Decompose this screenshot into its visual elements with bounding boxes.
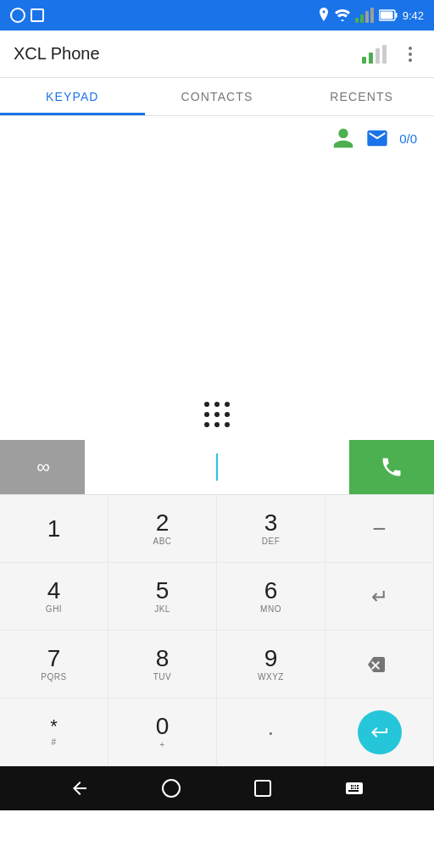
signal-icon [355, 8, 374, 23]
contact-icon[interactable] [331, 126, 355, 150]
nav-recents-icon[interactable] [253, 778, 273, 798]
status-bar: 9:42 [0, 0, 434, 31]
key-6[interactable]: 6 MNO [217, 563, 326, 631]
svg-point-10 [214, 412, 220, 417]
nav-home-icon[interactable] [161, 778, 181, 798]
key-return[interactable]: ↵ [326, 563, 434, 631]
svg-point-8 [225, 402, 230, 407]
svg-point-13 [214, 422, 220, 427]
voicemail-icon: ∞ [36, 456, 48, 478]
app-title: XCL Phone [14, 44, 100, 64]
key-3[interactable]: 3 DEF [217, 495, 326, 563]
svg-point-3 [409, 47, 412, 50]
key-9[interactable]: 9 WXYZ [217, 631, 326, 698]
app-bar: XCL Phone [0, 31, 434, 78]
signal-strength-icon[interactable] [362, 45, 387, 64]
phone-icon [380, 455, 403, 479]
svg-point-4 [409, 53, 412, 56]
text-cursor [216, 453, 218, 481]
time-display: 9:42 [403, 9, 424, 22]
battery-icon [379, 9, 398, 21]
tab-keypad[interactable]: KEYPAD [0, 78, 145, 115]
key-2[interactable]: 2 ABC [108, 495, 217, 563]
nav-bar [0, 766, 434, 810]
dial-input-row: ∞ [0, 440, 434, 494]
svg-point-6 [204, 402, 209, 407]
svg-rect-2 [380, 12, 392, 19]
backspace-icon [366, 654, 393, 675]
location-icon [318, 8, 330, 23]
dial-input-field[interactable] [85, 440, 349, 494]
keypad: 1 2 ABC 3 DEF − 4 GHI 5 JKL 6 MNO ↵ 7 PQ… [0, 494, 434, 766]
enter-icon [370, 722, 390, 743]
svg-rect-16 [255, 781, 270, 796]
key-1[interactable]: 1 [0, 495, 108, 563]
tabs-bar: KEYPAD CONTACTS RECENTS [0, 78, 434, 116]
display-area [0, 160, 434, 440]
svg-point-14 [225, 422, 230, 427]
nav-keyboard-icon[interactable] [344, 778, 364, 798]
message-icon[interactable] [365, 126, 389, 150]
svg-point-15 [163, 780, 180, 797]
key-7[interactable]: 7 PQRS [0, 631, 108, 698]
key-dot[interactable]: · [217, 698, 326, 766]
key-delete[interactable] [326, 631, 434, 698]
app-bar-actions [362, 44, 420, 64]
svg-point-9 [204, 412, 209, 417]
key-5[interactable]: 5 JKL [108, 563, 217, 631]
enter-button[interactable] [358, 710, 402, 754]
key-star[interactable]: * # [0, 698, 108, 766]
voicemail-button[interactable]: ∞ [0, 440, 85, 494]
status-square-icon [31, 8, 44, 22]
svg-point-12 [204, 422, 209, 427]
tab-recents[interactable]: RECENTS [289, 78, 434, 115]
nav-back-icon[interactable] [70, 778, 90, 798]
key-enter[interactable] [326, 698, 434, 766]
message-badge: 0/0 [399, 131, 417, 146]
svg-rect-1 [395, 13, 397, 18]
status-bar-left [10, 8, 44, 23]
svg-point-11 [225, 412, 230, 417]
key-4[interactable]: 4 GHI [0, 563, 108, 631]
keypad-dots-icon[interactable] [200, 398, 234, 431]
call-button[interactable] [349, 440, 434, 494]
key-0[interactable]: 0 + [108, 698, 217, 766]
status-bar-right: 9:42 [318, 8, 424, 23]
key-8[interactable]: 8 TUV [108, 631, 217, 698]
key-minus[interactable]: − [326, 495, 434, 563]
more-options-icon[interactable] [400, 44, 420, 64]
status-circle-icon [10, 8, 25, 23]
svg-point-5 [409, 58, 412, 62]
tab-contacts[interactable]: CONTACTS [145, 78, 290, 115]
icons-row: 0/0 [0, 116, 434, 160]
wifi-icon [335, 9, 350, 21]
svg-point-7 [214, 402, 220, 407]
